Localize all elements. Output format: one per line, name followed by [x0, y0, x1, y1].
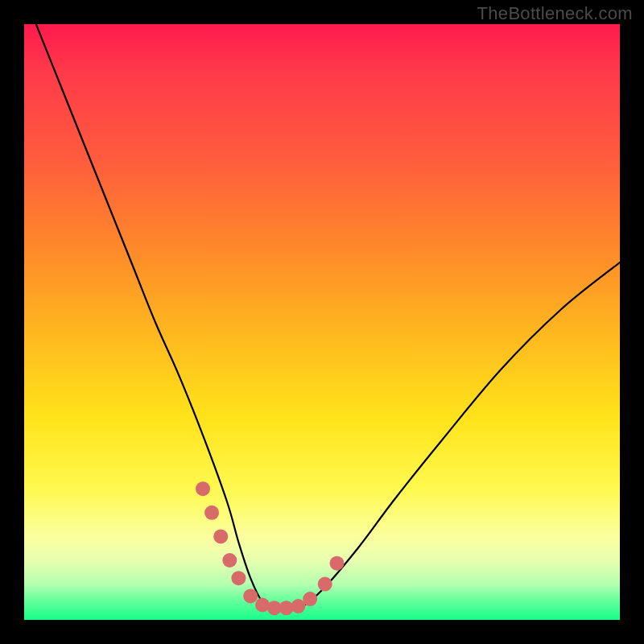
marker-dot	[243, 588, 258, 603]
highlight-markers	[196, 481, 345, 615]
marker-dot	[196, 481, 210, 496]
marker-dot	[231, 571, 246, 585]
watermark-text: TheBottleneck.com	[477, 3, 633, 24]
bottleneck-curve	[36, 24, 620, 609]
chart-overlay	[24, 24, 620, 620]
marker-dot	[213, 529, 228, 543]
plot-area	[24, 24, 620, 620]
marker-dot	[330, 556, 345, 571]
marker-dot	[303, 592, 317, 606]
marker-dot	[318, 577, 332, 592]
chart-frame: TheBottleneck.com	[0, 0, 644, 644]
marker-dot	[222, 553, 237, 568]
marker-dot	[204, 506, 219, 520]
